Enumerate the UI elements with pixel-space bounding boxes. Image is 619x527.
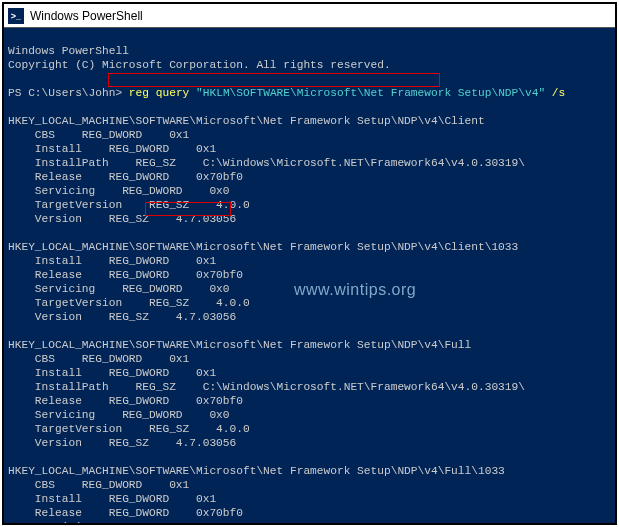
highlight-command (108, 73, 440, 87)
window-title: Windows PowerShell (30, 9, 143, 23)
terminal-area[interactable]: Windows PowerShell Copyright (C) Microso… (4, 28, 615, 523)
reg-val: Version REG_SZ 4.7.03056 (8, 213, 236, 225)
reg-val: Install REG_DWORD 0x1 (8, 493, 216, 505)
reg-val: Release REG_DWORD 0x70bf0 (8, 171, 243, 183)
reg-val: CBS REG_DWORD 0x1 (8, 353, 189, 365)
reg-val: Release REG_DWORD 0x70bf0 (8, 269, 243, 281)
header-line-2: Copyright (C) Microsoft Corporation. All… (8, 59, 391, 71)
reg-val: Install REG_DWORD 0x1 (8, 255, 216, 267)
reg-val: Version REG_SZ 4.7.03056 (8, 437, 236, 449)
reg-val: Release REG_DWORD 0x70bf0 (8, 507, 243, 519)
reg-key-2: HKEY_LOCAL_MACHINE\SOFTWARE\Microsoft\Ne… (8, 339, 471, 351)
reg-val: Version REG_SZ 4.7.03056 (8, 311, 236, 323)
reg-val: Release REG_DWORD 0x70bf0 (8, 395, 243, 407)
reg-val: TargetVersion REG_SZ 4.0.0 (8, 297, 250, 309)
reg-val: CBS REG_DWORD 0x1 (8, 129, 189, 141)
watermark: www.wintips.org (294, 283, 416, 297)
reg-val: TargetVersion REG_SZ 4.0.0 (8, 199, 250, 211)
reg-val: Servicing REG_DWORD 0x0 (8, 283, 230, 295)
prompt-1: PS C:\Users\John> reg query "HKLM\SOFTWA… (8, 87, 565, 99)
reg-val: InstallPath REG_SZ C:\Windows\Microsoft.… (8, 157, 525, 169)
reg-val: InstallPath REG_SZ C:\Windows\Microsoft.… (8, 381, 525, 393)
reg-val: CBS REG_DWORD 0x1 (8, 479, 189, 491)
reg-val: Servicing REG_DWORD 0x0 (8, 185, 230, 197)
reg-key-1: HKEY_LOCAL_MACHINE\SOFTWARE\Microsoft\Ne… (8, 241, 518, 253)
header-line-1: Windows PowerShell (8, 45, 129, 57)
reg-key-3: HKEY_LOCAL_MACHINE\SOFTWARE\Microsoft\Ne… (8, 465, 505, 477)
reg-val: Servicing REG_DWORD 0x0 (8, 521, 230, 523)
reg-key-0: HKEY_LOCAL_MACHINE\SOFTWARE\Microsoft\Ne… (8, 115, 485, 127)
reg-val: TargetVersion REG_SZ 4.0.0 (8, 423, 250, 435)
reg-val: Install REG_DWORD 0x1 (8, 367, 216, 379)
powershell-icon: >_ (8, 8, 24, 24)
window-titlebar[interactable]: >_ Windows PowerShell (4, 4, 615, 28)
reg-val: Install REG_DWORD 0x1 (8, 143, 216, 155)
reg-val: Servicing REG_DWORD 0x0 (8, 409, 230, 421)
